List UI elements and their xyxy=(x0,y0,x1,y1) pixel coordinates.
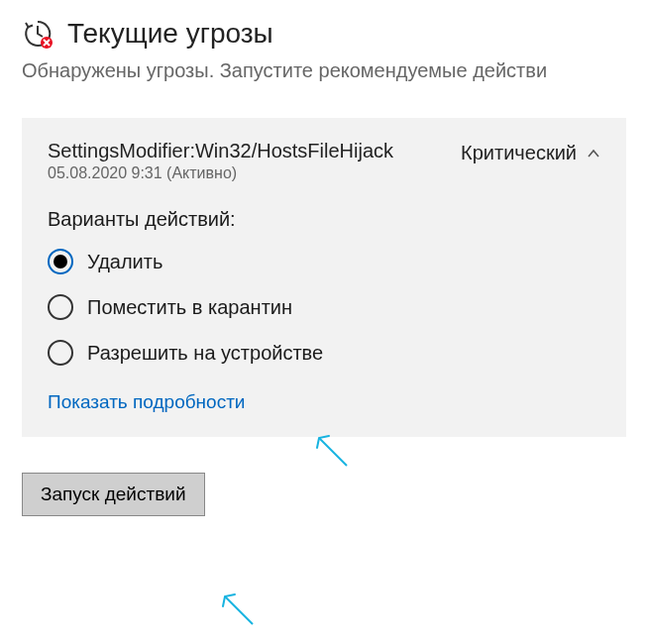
annotation-arrow-icon xyxy=(213,585,263,634)
option-label: Поместить в карантин xyxy=(87,296,292,319)
radio-icon xyxy=(48,294,73,320)
options-label: Варианты действий: xyxy=(48,208,600,231)
threat-history-icon xyxy=(22,18,54,50)
svg-line-2 xyxy=(225,596,253,624)
option-label: Разрешить на устройстве xyxy=(87,342,323,365)
option-remove[interactable]: Удалить xyxy=(48,239,600,284)
radio-icon xyxy=(48,340,73,366)
page-subtitle: Обнаружены угрозы. Запустите рекомендуем… xyxy=(22,59,626,82)
threat-severity: Критический xyxy=(461,142,577,164)
radio-icon xyxy=(48,249,73,274)
page-header: Текущие угрозы xyxy=(22,18,626,50)
threat-severity-toggle[interactable]: Критический xyxy=(461,142,600,164)
threat-card: SettingsModifier:Win32/HostsFileHijack 0… xyxy=(22,118,626,437)
threat-name: SettingsModifier:Win32/HostsFileHijack xyxy=(48,140,393,162)
action-options: Удалить Поместить в карантин Разрешить н… xyxy=(48,239,600,376)
chevron-up-icon xyxy=(587,147,600,161)
page-title: Текущие угрозы xyxy=(67,18,273,50)
run-actions-button[interactable]: Запуск действий xyxy=(22,473,205,516)
svg-line-1 xyxy=(319,438,347,466)
option-quarantine[interactable]: Поместить в карантин xyxy=(48,284,600,330)
threat-timestamp: 05.08.2020 9:31 (Активно) xyxy=(48,164,393,182)
option-allow[interactable]: Разрешить на устройстве xyxy=(48,330,600,376)
option-label: Удалить xyxy=(87,251,162,273)
show-details-link[interactable]: Показать подробности xyxy=(48,391,245,413)
